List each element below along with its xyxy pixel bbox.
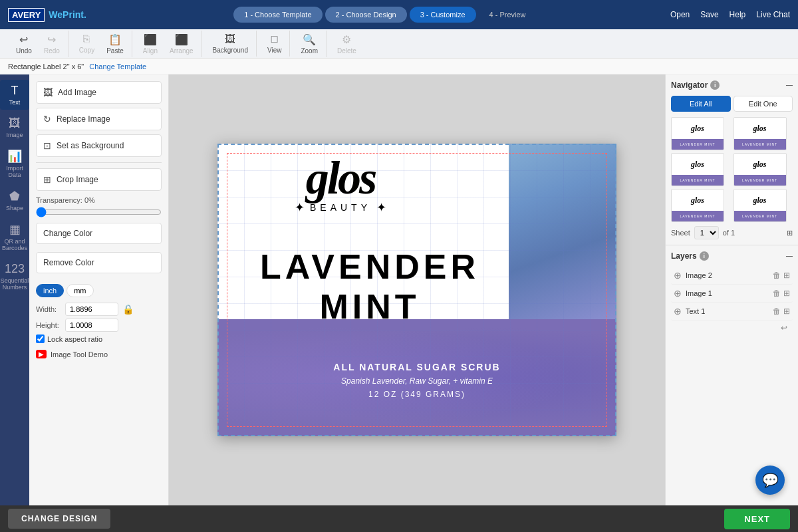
mm-unit-button[interactable]: mm: [66, 284, 93, 297]
top-navigation: AVERY WePrint. 1 - Choose Template 2 - C…: [0, 0, 798, 29]
step-4[interactable]: 4 - Preview: [479, 7, 537, 23]
layers-header: Layers i ─: [671, 251, 793, 261]
add-image-button[interactable]: 🖼 Add Image: [36, 81, 162, 104]
crop-image-button[interactable]: ⊞ Crop Image: [36, 168, 162, 191]
redo-button[interactable]: ↪ Redo: [39, 31, 65, 57]
bottom-text-area[interactable]: ALL NATURAL SUGAR SCRUB Spanish Lavender…: [217, 325, 616, 436]
lock-ratio-checkbox[interactable]: Lock aspect ratio: [36, 334, 162, 343]
arrange-button[interactable]: ⬛ Arrange: [164, 31, 199, 57]
step-1[interactable]: 1 - Choose Template: [233, 7, 322, 23]
change-template-link[interactable]: Change Template: [89, 63, 146, 70]
view-group: □ View: [259, 31, 291, 57]
live-chat-button[interactable]: Live Chat: [756, 10, 790, 19]
layer-1-copy-icon[interactable]: ⊞: [783, 289, 790, 298]
label-canvas[interactable]: glos ✦ BEAUTY ✦ LAVENDER MINT ALL NATURA…: [217, 144, 616, 436]
brand-logo: AVERY WePrint.: [8, 8, 86, 22]
image-tool-demo[interactable]: ▶ Image Tool Demo: [36, 350, 162, 358]
layer-label-image2: Image 2: [686, 271, 769, 279]
open-button[interactable]: Open: [670, 10, 690, 19]
sidebar-label-sequential: Sequential Numbers: [1, 277, 29, 291]
canvas-area[interactable]: glos ✦ BEAUTY ✦ LAVENDER MINT ALL NATURA…: [169, 74, 665, 505]
navigator-header-actions: ─: [786, 80, 793, 90]
layers-info-icon[interactable]: i: [700, 251, 709, 261]
layer-1-actions: 🗑 ⊞: [773, 289, 790, 298]
view-button[interactable]: □ View: [262, 31, 287, 57]
thumbnail-3[interactable]: glos LAVENDER MINT: [671, 153, 724, 186]
thumb-bottom-2: LAVENDER MINT: [734, 139, 786, 150]
sidebar-item-image[interactable]: 🖼 Image: [0, 112, 29, 142]
inch-unit-button[interactable]: inch: [36, 284, 64, 297]
layer-move-icon-2: ⊕: [674, 270, 682, 281]
save-button[interactable]: Save: [700, 10, 718, 19]
thumb-top-5: glos: [672, 190, 724, 211]
layers-minimize-icon[interactable]: ─: [786, 251, 793, 261]
navigator-info-icon[interactable]: i: [710, 80, 720, 90]
transparency-label: Transparency: 0%: [36, 196, 162, 204]
layer-text-delete-icon[interactable]: 🗑: [773, 307, 781, 316]
replace-image-button[interactable]: ↻ Replace Image: [36, 108, 162, 130]
layer-image1[interactable]: ⊕ Image 1 🗑 ⊞: [671, 285, 793, 303]
edit-all-button[interactable]: Edit All: [671, 96, 731, 112]
toolbar: ↩ Undo ↪ Redo ⎘ Copy 📋 Paste ⬛ Align ⬛ A…: [0, 29, 798, 59]
step-3[interactable]: 3 - Customize: [410, 7, 476, 23]
weprint-logo: WePrint.: [49, 9, 86, 20]
background-button[interactable]: 🖼 Background: [207, 31, 253, 57]
layer-label-image1: Image 1: [686, 289, 769, 297]
sheet-expand-icon[interactable]: ⊞: [787, 229, 793, 237]
undo-button[interactable]: ↩ Undo: [11, 31, 37, 57]
thumb-bottom-3: LAVENDER MINT: [672, 175, 724, 186]
label-size: Rectangle Label 2" x 6": [8, 63, 84, 70]
layer-2-copy-icon[interactable]: ⊞: [783, 271, 790, 280]
navigator-minimize-icon[interactable]: ─: [786, 80, 793, 90]
align-button[interactable]: ⬛ Align: [138, 31, 163, 57]
change-design-button[interactable]: CHANGE DESIGN: [8, 509, 110, 529]
sidebar-item-text[interactable]: T Text: [0, 80, 29, 110]
layer-2-delete-icon[interactable]: 🗑: [773, 271, 781, 280]
height-input[interactable]: [65, 319, 118, 332]
next-button[interactable]: NEXT: [724, 509, 790, 529]
zoom-button[interactable]: 🔍 Zoom: [295, 31, 323, 57]
sidebar-item-sequential[interactable]: 123 Sequential Numbers: [0, 258, 29, 295]
copy-paste-group: ⎘ Copy 📋 Paste: [71, 31, 132, 57]
undo-redo-group: ↩ Undo ↪ Redo: [8, 31, 68, 57]
sidebar-item-qr[interactable]: ▦ QR and Barcodes: [0, 218, 29, 255]
remove-color-button[interactable]: Remove Color: [36, 252, 162, 273]
sheet-select[interactable]: 1: [694, 226, 719, 239]
height-label: Height:: [36, 321, 61, 329]
copy-button[interactable]: ⎘ Copy: [74, 31, 100, 57]
background-group: 🖼 Background: [205, 31, 257, 57]
lock-ratio-input[interactable]: [36, 334, 45, 343]
sidebar-item-shape[interactable]: ⬟ Shape: [0, 185, 29, 215]
change-color-button[interactable]: Change Color: [36, 223, 162, 244]
edit-one-button[interactable]: Edit One: [733, 96, 793, 112]
thumbnail-4[interactable]: glos LAVENDER MINT: [733, 153, 787, 186]
layer-text1[interactable]: ⊕ Text 1 🗑 ⊞: [671, 303, 793, 321]
shape-icon: ⬟: [9, 189, 20, 203]
paste-button[interactable]: 📋 Paste: [101, 31, 129, 57]
transparency-slider[interactable]: [36, 207, 162, 217]
lavender-mint-text[interactable]: LAVENDER MINT: [224, 247, 515, 327]
subtitle-bar: Rectangle Label 2" x 6" Change Template: [0, 59, 798, 74]
step-2[interactable]: 2 - Choose Design: [325, 7, 407, 23]
sheet-label: Sheet: [671, 229, 690, 237]
width-input[interactable]: [65, 303, 118, 316]
help-button[interactable]: Help: [730, 10, 746, 19]
chat-fab-button[interactable]: 💬: [755, 466, 785, 495]
thumbnail-5[interactable]: glos LAVENDER MINT: [671, 189, 724, 222]
width-label: Width:: [36, 305, 61, 313]
layers-bottom: ↩: [671, 321, 793, 335]
sidebar-item-import[interactable]: 📊 Import Data: [0, 145, 29, 182]
thumbnail-6[interactable]: glos LAVENDER MINT: [733, 189, 787, 222]
layer-text-copy-icon[interactable]: ⊞: [783, 307, 790, 316]
set-as-background-button[interactable]: ⊡ Set as Background: [36, 134, 162, 157]
thumbnail-1[interactable]: glos LAVENDER MINT: [671, 117, 724, 150]
thumbnail-2[interactable]: glos LAVENDER MINT: [733, 117, 787, 150]
thumb-top-3: glos: [672, 154, 724, 175]
layers-section: Layers i ─ ⊕ Image 2 🗑 ⊞ ⊕ Image 1 🗑 ⊞: [666, 245, 798, 505]
color-buttons: Change Color Remove Color: [36, 223, 162, 277]
delete-button[interactable]: ⚙ Delete: [332, 31, 362, 57]
logo-area[interactable]: glos ✦ BEAUTY ✦: [231, 157, 450, 215]
layers-arrow-icon[interactable]: ↩: [781, 323, 787, 332]
layer-1-delete-icon[interactable]: 🗑: [773, 289, 781, 298]
layer-image2[interactable]: ⊕ Image 2 🗑 ⊞: [671, 267, 793, 285]
